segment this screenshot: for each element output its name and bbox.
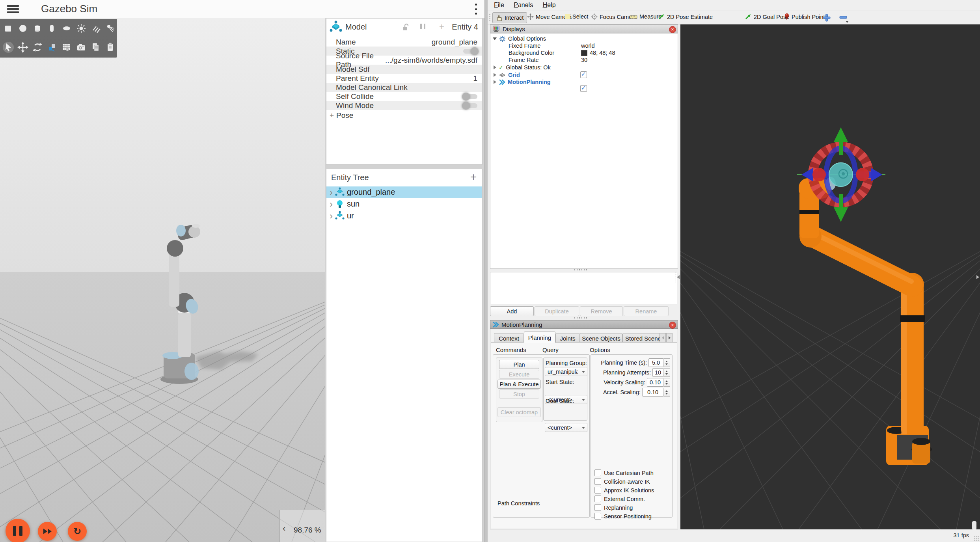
tree-row-motionplanning[interactable]: MotionPlanning xyxy=(494,78,551,86)
snap-tool-button[interactable] xyxy=(45,39,59,56)
chevron-right-icon[interactable]: › xyxy=(330,199,333,209)
static-toggle[interactable] xyxy=(463,49,477,54)
clear-octomap-button[interactable]: Clear octomap xyxy=(497,407,541,417)
interactive-marker[interactable] xyxy=(680,24,980,529)
rviz-3d-view[interactable] xyxy=(680,24,980,529)
kebab-menu-icon[interactable] xyxy=(475,4,477,15)
grid-config-button[interactable] xyxy=(59,39,74,56)
wind-mode-toggle[interactable] xyxy=(463,103,477,108)
view-scrollbar-fragment[interactable] xyxy=(972,521,976,529)
pause-button[interactable] xyxy=(6,519,30,542)
accel-scaling-spinbox[interactable]: Accel. Scaling: 0.10 xyxy=(593,388,670,397)
stop-button[interactable]: Stop xyxy=(499,389,539,399)
spot-light-button[interactable] xyxy=(103,20,117,37)
tree-row-fixed-frame[interactable]: Fixed Frame xyxy=(509,42,540,49)
left-panel-collapse-handle[interactable] xyxy=(675,271,680,283)
velocity-scaling-spinbox[interactable]: Velocity Scaling: 0.10 xyxy=(593,378,670,387)
menu-file[interactable]: File xyxy=(490,0,508,10)
pose-expander-row[interactable]: + Pose xyxy=(326,110,482,121)
add-component-icon[interactable]: + xyxy=(439,22,444,32)
execute-button[interactable]: Execute xyxy=(499,370,539,379)
splitter-handle[interactable] xyxy=(574,317,588,318)
checkbox-icon[interactable] xyxy=(594,469,601,476)
external-comm-checkbox[interactable]: External Comm. xyxy=(594,495,645,502)
sphere-shape-button[interactable] xyxy=(15,20,30,37)
checkbox-icon[interactable] xyxy=(594,513,601,520)
remove-tool-button[interactable] xyxy=(838,13,849,23)
expander-right-icon[interactable] xyxy=(494,73,496,77)
planning-group-dropdown[interactable]: ur_manipulator xyxy=(545,367,587,376)
entity-row-ground-plane[interactable]: › ground_plane xyxy=(326,186,482,198)
motionplanning-enabled-checkbox[interactable] xyxy=(580,85,587,92)
tree-row-frame-rate[interactable]: Frame Rate xyxy=(509,56,539,63)
tab-scroll-right-button[interactable] xyxy=(666,333,673,343)
entity-row-ur[interactable]: › ur xyxy=(326,210,482,222)
interact-tool-button[interactable]: Interact xyxy=(492,12,527,23)
add-display-button[interactable]: Add xyxy=(490,306,534,316)
approx-ik-solutions-checkbox[interactable]: Approx IK Solutions xyxy=(594,487,654,494)
tab-planning[interactable]: Planning xyxy=(524,332,555,343)
spinner-arrows[interactable] xyxy=(663,388,670,397)
pause-updates-icon[interactable] xyxy=(420,24,425,29)
hamburger-menu-icon[interactable] xyxy=(7,5,19,13)
paste-button[interactable] xyxy=(103,39,117,56)
spinner-arrows[interactable] xyxy=(663,378,670,387)
close-icon[interactable]: × xyxy=(669,322,676,329)
remove-display-button[interactable]: Remove xyxy=(580,306,623,316)
publish-point-tool-button[interactable]: Publish Point xyxy=(784,13,825,20)
splitter-handle[interactable] xyxy=(574,269,588,270)
lock-open-icon[interactable] xyxy=(401,23,410,32)
checkbox-icon[interactable] xyxy=(594,495,601,502)
checkbox-icon[interactable] xyxy=(594,504,601,511)
expander-right-icon[interactable] xyxy=(494,80,496,84)
capsule-shape-button[interactable] xyxy=(45,20,59,37)
accel-scaling-value[interactable]: 0.10 xyxy=(642,388,663,397)
chevron-right-icon[interactable]: › xyxy=(330,188,333,197)
select-tool-button[interactable]: Select xyxy=(565,13,588,20)
close-icon[interactable]: × xyxy=(669,26,676,33)
planning-time-spinbox[interactable]: Planning Time (s): 5.0 xyxy=(593,358,670,367)
expander-right-icon[interactable] xyxy=(494,65,496,69)
replanning-checkbox[interactable]: Replanning xyxy=(594,504,633,511)
sensor-positioning-checkbox[interactable]: Sensor Positioning xyxy=(594,513,652,520)
self-collide-toggle[interactable] xyxy=(463,94,477,99)
goal-pose-tool-button[interactable]: 2D Goal Pose xyxy=(745,13,789,20)
planning-attempts-value[interactable]: 10 xyxy=(652,368,663,377)
checkbox-icon[interactable] xyxy=(594,487,601,494)
planning-time-value[interactable]: 5.0 xyxy=(648,358,663,367)
velocity-scaling-value[interactable]: 0.10 xyxy=(647,378,663,387)
reset-sim-button[interactable]: ↻ xyxy=(68,522,87,541)
tree-row-background-color[interactable]: Background Color xyxy=(509,49,554,56)
measure-tool-button[interactable]: Measure xyxy=(630,13,661,20)
toolbar-handle[interactable] xyxy=(489,13,491,22)
checkbox-icon[interactable] xyxy=(594,478,601,485)
expander-down-icon[interactable] xyxy=(493,37,497,40)
screenshot-button[interactable] xyxy=(74,39,88,56)
copy-button[interactable] xyxy=(88,39,103,56)
collision-aware-ik-checkbox[interactable]: Collision-aware IK xyxy=(594,478,650,485)
chevron-right-icon[interactable]: › xyxy=(330,211,333,221)
tree-row-global-status[interactable]: ✓ Global Status: Ok xyxy=(494,64,551,71)
ellipsoid-shape-button[interactable] xyxy=(59,20,74,37)
tree-row-global-options[interactable]: Global Options xyxy=(493,35,546,42)
resize-grip[interactable] xyxy=(973,535,979,541)
grid-enabled-checkbox[interactable] xyxy=(580,71,587,78)
motionplanning-titlebar[interactable]: MotionPlanning × xyxy=(490,320,678,329)
cylinder-shape-button[interactable] xyxy=(30,20,45,37)
right-panel-collapse-handle[interactable] xyxy=(976,271,980,283)
plan-button[interactable]: Plan xyxy=(499,360,539,369)
directional-light-button[interactable] xyxy=(88,20,103,37)
translate-tool-button[interactable] xyxy=(15,39,30,56)
tab-scroll-left-button[interactable] xyxy=(660,333,666,343)
spinner-arrows[interactable] xyxy=(663,368,670,377)
goal-state-dropdown[interactable]: <current> xyxy=(545,423,587,432)
tree-row-grid[interactable]: Grid xyxy=(494,71,520,78)
fixed-frame-value[interactable]: world xyxy=(581,42,595,49)
use-cartesian-path-checkbox[interactable]: Use Cartesian Path xyxy=(594,469,654,476)
menu-panels[interactable]: Panels xyxy=(510,0,537,10)
duplicate-display-button[interactable]: Duplicate xyxy=(535,306,579,316)
add-tool-button[interactable] xyxy=(822,13,831,22)
add-entity-icon[interactable]: + xyxy=(470,171,477,183)
background-color-value[interactable]: 48; 48; 48 xyxy=(581,49,615,56)
rtf-collapse-chevron[interactable]: ‹ xyxy=(283,524,285,533)
